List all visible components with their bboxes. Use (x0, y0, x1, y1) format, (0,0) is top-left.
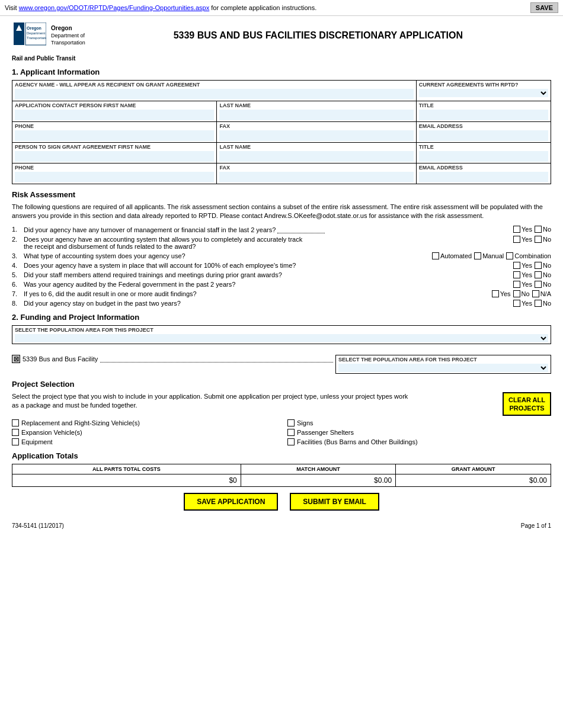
project-desc-row: Select the project type that you wish to… (12, 392, 551, 416)
q7-na-checkbox[interactable] (532, 290, 539, 297)
q2-yes-checkbox[interactable] (513, 236, 520, 243)
phone-input[interactable] (15, 130, 214, 141)
current-agreements-label: CURRENT AGREEMENTS WITH RPTD? (419, 82, 548, 88)
current-agreements-select[interactable] (419, 89, 548, 97)
replacement-checkbox[interactable] (12, 419, 19, 426)
main-content: Oregon Department of Transportation Oreg… (0, 16, 563, 541)
population-label: SELECT THE POPULATION AREA FOR THIS PROJ… (15, 327, 548, 333)
section1-heading: 1. Applicant Information (12, 68, 551, 76)
fax-label: FAX (219, 123, 413, 129)
clear-all-button[interactable]: CLEAR ALLPROJECTS (503, 392, 551, 416)
funding-row: SELECT THE POPULATION AREA FOR THIS PROJ… (12, 325, 551, 350)
email-input[interactable] (419, 130, 548, 141)
last-name-input[interactable] (219, 110, 413, 120)
population-select-label: SELECT THE POPULATION AREA FOR THIS PROJ… (338, 357, 548, 363)
project-facilities: Facilities (Bus Barns and Other Building… (287, 438, 551, 445)
population-select[interactable] (15, 334, 548, 342)
page-info: Page 1 of 1 (521, 522, 551, 529)
q6-yes-checkbox[interactable] (513, 281, 520, 288)
q3-manual-checkbox[interactable] (474, 252, 481, 259)
q1-no-checkbox[interactable] (535, 226, 542, 233)
project-replacement: Replacement and Right-Sizing Vehicle(s) (12, 419, 276, 426)
project-selection-section: Project Selection Select the project typ… (12, 380, 551, 446)
population-area-select[interactable] (338, 364, 548, 372)
action-buttons: SAVE APPLICATION SUBMIT BY EMAIL (12, 493, 551, 511)
risk-assessment-section: Risk Assessment The following questions … (12, 190, 551, 307)
agency-label: AGENCY NAME - WILL APPEAR AS RECIPIENT O… (15, 82, 414, 88)
risk-q4: 4. Does your agency have a system in pla… (12, 262, 551, 269)
q1-yes-checkbox[interactable] (513, 226, 520, 233)
title-input[interactable] (419, 110, 548, 120)
q2-no-checkbox[interactable] (535, 236, 542, 243)
instructions-link[interactable]: www.oregon.gov/ODOT/RPTD/Pages/Funding-O… (19, 4, 210, 11)
sign-title-input[interactable] (419, 151, 548, 162)
header-row: Oregon Department of Transportation Oreg… (12, 21, 551, 50)
totals-col1-header: ALL PARTS TOTAL COSTS (12, 464, 241, 474)
svg-text:Department of: Department of (27, 31, 46, 35)
last-name-label: LAST NAME (219, 102, 413, 108)
sign-last-input[interactable] (219, 151, 413, 162)
shelters-checkbox[interactable] (287, 429, 295, 436)
q4-yes-checkbox[interactable] (513, 262, 520, 269)
project-checkboxes: Replacement and Right-Sizing Vehicle(s) … (12, 419, 551, 445)
risk-q2: 2. Does your agency have an accounting s… (12, 236, 551, 250)
q3-automated-checkbox[interactable] (432, 252, 439, 259)
fax2-input[interactable] (219, 172, 413, 182)
oregon-logo-icon: Oregon Department of Transportation (14, 23, 46, 49)
q6-no-checkbox[interactable] (535, 281, 542, 288)
logo-area: Oregon Department of Transportation Oreg… (12, 21, 85, 50)
bus-facility-checkbox[interactable]: ☒ (12, 355, 20, 363)
q7-no-checkbox[interactable] (513, 290, 520, 297)
contact-first-input[interactable] (15, 110, 214, 120)
q4-no-checkbox[interactable] (535, 262, 542, 269)
q7-yes-checkbox[interactable] (492, 290, 499, 297)
q5-yes-checkbox[interactable] (513, 271, 520, 278)
form-number: 734-5141 (11/2017) (12, 522, 64, 529)
totals-col3-header: GRANT AMOUNT (396, 464, 551, 474)
email2-label: EMAIL ADDRESS (419, 165, 548, 171)
totals-table: ALL PARTS TOTAL COSTS MATCH AMOUNT GRANT… (12, 464, 551, 487)
q8-yes-checkbox[interactable] (513, 300, 520, 307)
project-selection-heading: Project Selection (12, 380, 551, 389)
contact-first-label: APPLICATION CONTACT PERSON FIRST NAME (15, 102, 214, 108)
submit-by-email-button[interactable]: SUBMIT BY EMAIL (290, 493, 379, 511)
totals-col2-header: MATCH AMOUNT (241, 464, 395, 474)
project-equipment: Equipment (12, 438, 276, 445)
sign-first-input[interactable] (15, 151, 214, 162)
signs-checkbox[interactable] (287, 419, 295, 426)
phone2-input[interactable] (15, 172, 214, 182)
q3-combination-checkbox[interactable] (506, 252, 513, 259)
fax-input[interactable] (219, 130, 413, 141)
page-title: 5339 BUS AND BUS FACILITIES DISCRETIONAR… (85, 30, 551, 41)
logo-box: Oregon Department of Transportation (12, 21, 47, 50)
logo-text: Oregon Department of Transportation (51, 24, 85, 46)
email-label: EMAIL ADDRESS (419, 123, 548, 129)
sign-last-label: LAST NAME (219, 144, 413, 150)
bus-facility-row: ☒ 5339 Bus and Bus Facility SELECT THE P… (12, 355, 551, 374)
expansion-checkbox[interactable] (12, 429, 19, 436)
bus-facility-label: 5339 Bus and Bus Facility (23, 355, 98, 363)
risk-q1: 1. Did your agency have any turnover of … (12, 226, 551, 233)
save-application-button[interactable]: SAVE APPLICATION (184, 493, 278, 511)
funding-table: SELECT THE POPULATION AREA FOR THIS PROJ… (12, 325, 551, 344)
applicant-info-table: AGENCY NAME - WILL APPEAR AS RECIPIENT O… (12, 80, 551, 184)
totals-col3-value: $0.00 (396, 474, 551, 487)
risk-heading: Risk Assessment (12, 190, 551, 199)
risk-q7: 7. If yes to 6, did the audit result in … (12, 290, 551, 297)
agency-name-input[interactable] (15, 89, 414, 100)
population-select-container: SELECT THE POPULATION AREA FOR THIS PROJ… (335, 355, 551, 374)
q5-no-checkbox[interactable] (535, 271, 542, 278)
project-expansion: Expansion Vehicle(s) (12, 429, 276, 436)
risk-q6: 6. Was your agency audited by the Federa… (12, 281, 551, 288)
project-shelters: Passenger Shelters (287, 429, 551, 436)
risk-q3: 3. What type of accounting system does y… (12, 252, 551, 259)
save-button-top[interactable]: SAVE (530, 2, 558, 13)
totals-col1-value: $0 (12, 474, 241, 487)
equipment-checkbox[interactable] (12, 438, 19, 445)
top-bar: Visit www.oregon.gov/ODOT/RPTD/Pages/Fun… (0, 0, 563, 16)
section2-heading: 2. Funding and Project Information (12, 313, 551, 322)
risk-q8: 8. Did your agency stay on budget in the… (12, 300, 551, 307)
facilities-checkbox[interactable] (287, 438, 295, 445)
q8-no-checkbox[interactable] (535, 300, 542, 307)
email2-input[interactable] (419, 172, 548, 182)
